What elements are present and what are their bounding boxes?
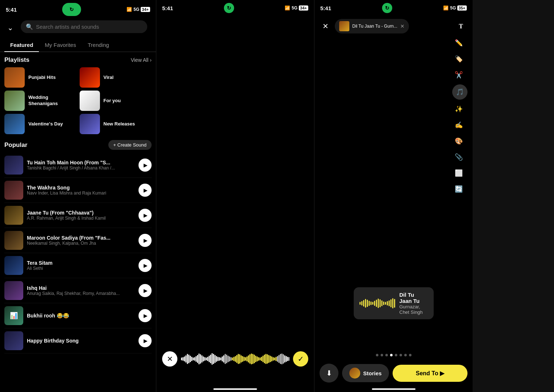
track-thumb-t4 xyxy=(4,231,23,250)
music-note-icon: 🎵 xyxy=(456,88,464,96)
playlists-title: Playlists xyxy=(4,56,29,64)
dropdown-button[interactable]: ⌄ xyxy=(4,22,16,33)
crop-tool-button[interactable]: ⬜ xyxy=(452,167,465,180)
draw-tool-button[interactable]: ✏️ xyxy=(452,36,465,49)
song-pill[interactable]: Dil Tu Jaan Tu - Gurn... ✕ xyxy=(335,19,409,33)
song-card-waveform xyxy=(360,298,395,308)
track-thumb-t5 xyxy=(4,256,23,275)
crop-icon: ⬜ xyxy=(455,169,463,177)
fiveg-label-p2: 5G xyxy=(292,5,297,11)
battery-p3: 35+ xyxy=(457,5,467,11)
status-bar-p2: 5:41 ↻ 📶 5G 34+ xyxy=(156,0,314,16)
track-item[interactable]: 📊 Bukhii rooh 😂😂 ▶ xyxy=(4,303,152,328)
track-info-t2: The Wakhra Song Navv Inder, Lisa Mishra … xyxy=(27,185,135,196)
stories-button[interactable]: Stories xyxy=(342,364,389,382)
home-indicator-p2 xyxy=(213,388,257,390)
song-pill-close-button[interactable]: ✕ xyxy=(400,23,405,29)
music-tool-button[interactable]: 🎵 xyxy=(452,84,467,100)
view-all-button[interactable]: View All › xyxy=(131,57,152,63)
play-button-t4[interactable]: ▶ xyxy=(138,234,152,247)
play-button-t6[interactable]: ▶ xyxy=(138,284,152,297)
video-preview-area xyxy=(156,16,314,386)
stories-label: Stories xyxy=(363,370,382,376)
track-item[interactable]: Jaane Tu (From "Chhaava") A.R. Rahman, A… xyxy=(4,203,152,228)
playlist-name-newrel: New Releases xyxy=(104,121,135,127)
track-info-t7: Bukhii rooh 😂😂 xyxy=(27,313,135,319)
search-bar[interactable]: 🔍 xyxy=(21,20,147,33)
track-name-t6: Ishq Hai xyxy=(27,285,135,291)
playlist-item-wedding[interactable]: Wedding Shenanigans xyxy=(4,91,77,111)
song-card-title: Dil Tu Jaan Tu xyxy=(400,292,428,304)
track-item[interactable]: Happy Birthday Song ▶ xyxy=(4,328,152,353)
time-p3: 5:41 xyxy=(320,5,331,11)
track-info-t5: Tera Sitam Ali Sethi xyxy=(27,260,135,271)
tab-trending[interactable]: Trending xyxy=(82,39,115,52)
download-button[interactable]: ⬇ xyxy=(320,364,338,383)
track-item[interactable]: Tu Hain Toh Main Hoon (From "S... Tanish… xyxy=(4,153,152,178)
play-button-t7[interactable]: ▶ xyxy=(138,309,152,322)
play-button-t5[interactable]: ▶ xyxy=(138,259,152,272)
timer-tool-button[interactable]: 🔄 xyxy=(452,183,465,196)
home-indicator-p3 xyxy=(372,388,416,390)
tab-favorites[interactable]: My Favorites xyxy=(39,39,82,52)
play-button-t8[interactable]: ▶ xyxy=(138,334,152,347)
play-button-t3[interactable]: ▶ xyxy=(138,209,152,222)
text-icon: 𝐓 xyxy=(459,23,463,30)
confirm-icon: ✓ xyxy=(298,355,304,363)
close-button-p3[interactable]: ✕ xyxy=(320,20,331,32)
track-item[interactable]: Maroon Color Sadiya (From "Fas... Neelka… xyxy=(4,228,152,253)
playlist-thumb-newrel xyxy=(80,114,100,134)
playlist-name-foryou: For you xyxy=(104,98,121,104)
track-artists-t1: Tanishk Bagchi / Arijit Singh / Afsana K… xyxy=(27,165,135,171)
track-thumb-t2 xyxy=(4,181,23,200)
sticker-tool-button[interactable]: 🏷️ xyxy=(452,52,465,65)
playlist-item-valentine[interactable]: Valentine's Day xyxy=(4,114,77,134)
close-icon-p3: ✕ xyxy=(322,22,329,31)
play-button-t1[interactable]: ▶ xyxy=(138,159,152,172)
page-dot-2 xyxy=(385,354,388,356)
waveform-panel: 5:41 ↻ 📶 5G 34+ ✕ ✓ xyxy=(156,0,314,392)
playlist-thumb-wedding xyxy=(4,91,25,111)
bottom-actions: ⬇ Stories Send To ▶ xyxy=(314,360,473,386)
status-bar-p1: 5:41 ↻ 📶 5G 34+ xyxy=(0,0,156,19)
signal-icon-p2: 📶 xyxy=(285,5,290,11)
track-name-t5: Tera Sitam xyxy=(27,260,135,266)
song-card-artist: Gurnazar, Chet Singh xyxy=(400,304,428,315)
search-input[interactable] xyxy=(36,24,142,30)
track-item[interactable]: Tera Sitam Ali Sethi ▶ xyxy=(4,253,152,278)
status-icons-p1: 📶 5G 34+ xyxy=(127,7,150,12)
panel3-header: ✕ Dil Tu Jaan Tu - Gurn... ✕ 𝐓 xyxy=(314,16,473,36)
waveform-cancel-button[interactable]: ✕ xyxy=(162,351,177,367)
tab-featured[interactable]: Featured xyxy=(4,39,39,52)
edit-tool-button[interactable]: ✍️ xyxy=(452,119,465,132)
fiveg-label-p1: 5G xyxy=(133,7,139,12)
playlist-item-punjabi[interactable]: Punjabi Hits xyxy=(4,67,77,88)
link-tool-button[interactable]: 📎 xyxy=(452,151,465,164)
ai-tool-button[interactable]: ✨ xyxy=(452,103,465,116)
scissors-tool-button[interactable]: ✂️ xyxy=(452,68,465,81)
play-button-t2[interactable]: ▶ xyxy=(138,184,152,197)
waveform-confirm-button[interactable]: ✓ xyxy=(293,351,308,367)
send-to-button[interactable]: Send To ▶ xyxy=(393,365,467,382)
battery-p2: 34+ xyxy=(299,5,308,11)
create-sound-button[interactable]: + Create Sound xyxy=(108,140,152,150)
track-thumb-t7: 📊 xyxy=(4,306,23,325)
playlist-item-foryou[interactable]: For you xyxy=(80,91,152,111)
track-name-t3: Jaane Tu (From "Chhaava") xyxy=(27,210,135,216)
text-tool-button[interactable]: 𝐓 xyxy=(454,20,467,33)
color-fill-button[interactable]: 🎨 xyxy=(452,135,465,148)
share-panel: 5:41 ↻ 📶 5G 35+ ✕ Dil Tu Jaan Tu - Gurn.… xyxy=(314,0,473,392)
right-tools-panel: ✏️ 🏷️ ✂️ 🎵 ✨ ✍️ 🎨 📎 ⬜ 🔄 xyxy=(452,36,467,196)
download-icon: ⬇ xyxy=(326,369,332,377)
edit-icon: ✍️ xyxy=(455,121,463,129)
playlist-item-newrel[interactable]: New Releases xyxy=(80,114,152,134)
playlist-item-viral[interactable]: Viral xyxy=(80,67,152,88)
status-bar-p3: 5:41 ↻ 📶 5G 35+ xyxy=(314,0,473,16)
cancel-icon: ✕ xyxy=(167,355,173,363)
track-item[interactable]: Ishq Hai Anurag Saikia, Raj Shekhar, Rom… xyxy=(4,278,152,303)
playlist-thumb-punjabi xyxy=(4,67,25,88)
track-artists-t2: Navv Inder, Lisa Mishra and Raja Kumari xyxy=(27,191,135,196)
track-item[interactable]: The Wakhra Song Navv Inder, Lisa Mishra … xyxy=(4,178,152,203)
battery-p1: 34+ xyxy=(141,7,150,12)
content-scroll: Playlists View All › Punjabi Hits Viral xyxy=(0,52,156,392)
